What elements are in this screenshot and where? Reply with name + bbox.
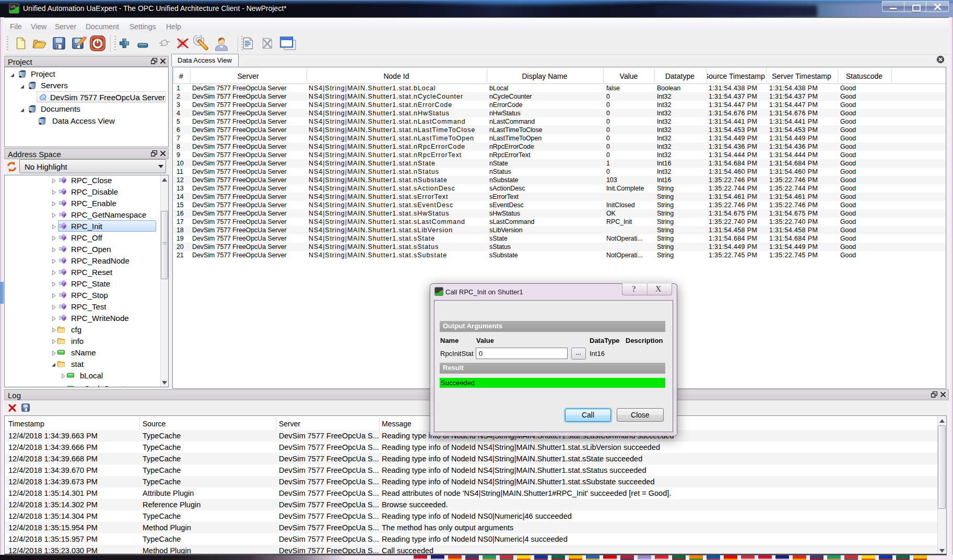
svg-text:UA: UA <box>10 5 16 8</box>
